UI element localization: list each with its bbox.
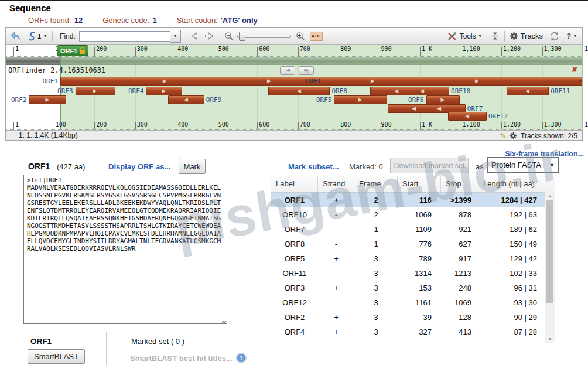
mark-subset-link[interactable]: Mark subset... [288, 162, 339, 171]
ruler-tick-label: 1 [15, 121, 19, 128]
track-pan-right-button[interactable]: ▶| [299, 66, 314, 75]
tools-label[interactable]: Tools [460, 32, 476, 40]
table-row-orf8[interactable]: ORF8-1776627150 | 49 [271, 237, 545, 251]
ruler-tick-label: 300 [137, 121, 148, 128]
download-marked-set-button[interactable]: Download marked set [390, 158, 469, 173]
table-row-orf5[interactable]: ORF5+3789917129 | 42 [271, 251, 545, 266]
cell-strand: + [318, 193, 354, 207]
orf-bar-orf2[interactable]: ▶ [29, 95, 66, 104]
orf-bar-orf10[interactable]: ◀◀ [370, 87, 449, 95]
orf-bar-orf11[interactable]: ◀ [507, 87, 549, 95]
orf-bar-orf1[interactable]: ▶▶▶▶»ORF1 [60, 77, 582, 86]
orf-label-orf5: ORF5 [316, 96, 332, 104]
display-orf-as-link[interactable]: Display ORF as... [108, 162, 170, 171]
track-pan-left-button[interactable]: |◀ [280, 66, 295, 75]
zoom-in-icon[interactable] [296, 32, 305, 41]
table-row-orf11[interactable]: ORF11-313141213102 | 33 [271, 266, 545, 281]
cell-stop: 917 [441, 251, 478, 266]
ruler-tick-label: 600 [259, 121, 269, 128]
track-close-icon[interactable]: ✘ [572, 66, 577, 74]
ruler-tick-label: 300 [137, 46, 148, 52]
cell-stop: 413 [441, 325, 478, 339]
table-row-orf12[interactable]: ORF12-31161106993 | 30 [271, 295, 545, 310]
viewer-status-bar: 1: 1..1.4K (1.4Kbp) ✎ Tracks shown: 2/5 [6, 130, 582, 140]
ruler-tick [257, 122, 258, 129]
ruler-tick [583, 47, 583, 56]
ruler-tick [176, 47, 176, 56]
column-header-strand[interactable]: Strand [318, 176, 354, 192]
column-header-frame[interactable]: Frame [354, 176, 398, 192]
orf-bar-orf6[interactable]: ▶ [426, 95, 460, 104]
zoom-slider-handle[interactable] [239, 32, 245, 41]
scrollbar-down-icon[interactable]: ▼ [545, 335, 555, 343]
tools-icon[interactable] [447, 32, 457, 41]
as-label: as [476, 162, 484, 171]
mark-button[interactable]: Mark [179, 159, 206, 174]
pan-back-icon[interactable] [190, 31, 201, 41]
column-header-stop[interactable]: Stop [441, 176, 478, 192]
cell-length: 90 | 29 [478, 310, 545, 325]
table-scrollbar[interactable]: ▲ ▼ [545, 192, 555, 343]
ruler-tick [542, 122, 543, 129]
orffinder-page: Sequence ORFs found:12 Genetic code:1 St… [0, 0, 588, 365]
table-row-orf1[interactable]: ORF1+2116>13991284 | 427 [271, 193, 545, 207]
flag-label: ORF1 [60, 47, 77, 54]
zoom-slider[interactable] [237, 35, 291, 38]
ruler-top: 11002003004005006007008009001 K1,1001,20… [6, 45, 582, 57]
protein-sequence-textarea[interactable]: >lcl|ORF1 MADVNLVERATGDERKRRRQEVLKQLQGSI… [23, 175, 227, 324]
pan-forward-icon[interactable] [204, 31, 215, 41]
cell-start: 1161 [398, 295, 441, 310]
cell-strand: + [318, 310, 354, 325]
scrollbar-up-icon[interactable]: ▲ [545, 192, 555, 200]
edit-tracks-icon[interactable]: ✎ [500, 131, 506, 140]
orf-label-orf10: ORF10 [451, 87, 470, 95]
zoom-out-icon[interactable] [224, 32, 234, 41]
ruler-tick [461, 122, 461, 129]
orf-detail-length: (427 aa) [57, 162, 85, 171]
orf-label-orf12: ORF12 [488, 112, 508, 120]
orf-bar-orf12[interactable]: ◀ [448, 112, 487, 121]
table-row-orf10[interactable]: ORF10-21069878192 | 63 [271, 207, 545, 222]
history-count[interactable]: 1 [37, 33, 41, 40]
help-caret-icon[interactable]: ▼ [573, 33, 577, 39]
scrollbar-thumb[interactable] [546, 200, 553, 303]
orf-bar-orf4[interactable]: ▶ [146, 87, 182, 95]
format-select[interactable]: Protein FASTA ▼ [487, 157, 559, 173]
ruler-tick-label: 900 [381, 46, 392, 52]
summary-stats: ORFs found:12 Genetic code:1 Start codon… [28, 16, 258, 25]
help-question-icon[interactable]: ? [236, 353, 247, 363]
help-icon[interactable]: ? [566, 32, 571, 40]
ruler-tick [583, 122, 583, 129]
undo-icon[interactable] [9, 31, 21, 41]
refresh-icon[interactable] [550, 32, 559, 41]
table-row-orf9[interactable]: ORF9-146738187 | 28 [271, 339, 545, 344]
find-dropdown-icon[interactable]: ▼ [170, 30, 181, 43]
atg-zoom-icon[interactable]: ATG [310, 32, 323, 41]
ruler-tick [176, 122, 176, 129]
orf-bar-orf5[interactable]: ▶ [334, 95, 387, 104]
table-row-orf3[interactable]: ORF3+315324896 | 31 [271, 281, 545, 295]
tools-caret-icon[interactable]: ▼ [478, 33, 483, 39]
table-row-orf4[interactable]: ORF4+332741387 | 28 [271, 325, 545, 339]
smartblast-button[interactable]: SmartBLAST [28, 349, 85, 364]
column-header-label[interactable]: Label [271, 176, 318, 192]
find-input[interactable] [79, 31, 170, 42]
orf-bar-orf9[interactable]: ◀ [168, 95, 204, 104]
tracks-label[interactable]: Tracks [521, 32, 543, 40]
orf1-flag-marker[interactable]: ORF1 [57, 45, 88, 56]
column-header-start[interactable]: Start [398, 176, 441, 192]
gear-icon[interactable] [510, 32, 518, 40]
status-gear-icon[interactable] [510, 132, 517, 139]
column-header-length[interactable]: Length (nt | aa) [478, 176, 555, 192]
cell-frame: 3 [354, 295, 398, 310]
orf-bar-orf3[interactable]: ▶ [76, 87, 115, 95]
history-caret-icon[interactable]: ▼ [43, 33, 47, 39]
cell-frame: 3 [354, 251, 398, 266]
sequence-view-icon[interactable] [28, 31, 36, 42]
strand-arrow-icon: ◀ [437, 105, 441, 112]
cell-stop: 627 [441, 237, 478, 251]
table-row-orf7[interactable]: ORF7-11109921189 | 62 [271, 222, 545, 237]
orf-bar-orf8[interactable]: ◀ [268, 87, 330, 95]
collapse-tracks-icon[interactable] [491, 32, 500, 40]
table-row-orf2[interactable]: ORF2+33912890 | 29 [271, 310, 545, 325]
